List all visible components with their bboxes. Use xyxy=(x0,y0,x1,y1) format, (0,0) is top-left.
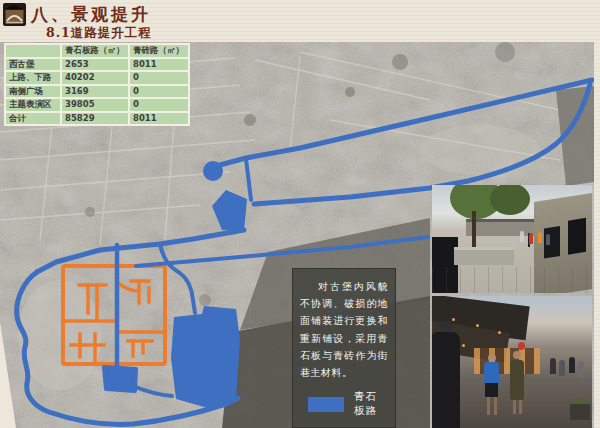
performance-area-fill xyxy=(171,306,240,408)
page-title: 八、景观提升 xyxy=(31,3,151,26)
value-cell: 8011 xyxy=(130,59,188,71)
pedestrian xyxy=(520,231,524,242)
seal-bridge-icon xyxy=(3,3,26,26)
table-header-row: 青石板路（㎡）青砖路（㎡） xyxy=(6,45,188,57)
value-cell: 0 xyxy=(130,86,188,98)
value-cell: 0 xyxy=(130,72,188,84)
photo-traditional-street-dusk xyxy=(432,296,592,428)
road-area-table: 青石板路（㎡）青砖路（㎡） 西古堡26538011上路、下路402020南侧广场… xyxy=(4,43,190,126)
pedestrian xyxy=(569,357,575,373)
pedestrian-legs xyxy=(513,400,516,414)
eave-light xyxy=(462,344,465,347)
pedestrian xyxy=(538,232,542,243)
red-lantern xyxy=(518,342,525,350)
pedestrian-head xyxy=(488,354,496,362)
row-label-cell: 西古堡 xyxy=(6,59,60,71)
row-label-cell: 上路、下路 xyxy=(6,72,60,84)
value-cell: 2653 xyxy=(62,59,128,71)
eave-light xyxy=(476,324,479,327)
road-table-body: 西古堡26538011上路、下路402020南侧广场31690主题表演区3980… xyxy=(6,59,188,125)
table-column-header xyxy=(6,45,60,57)
page-subtitle: 8.1道路提升工程 xyxy=(46,25,152,42)
pedestrian-legs xyxy=(487,397,490,415)
pedestrian-blue-shirt xyxy=(484,362,499,384)
eave-light xyxy=(452,318,455,321)
pedestrian xyxy=(559,360,565,376)
slide: 八、景观提升 8.1道路提升工程 xyxy=(0,0,600,428)
table-column-header: 青砖路（㎡） xyxy=(130,45,188,57)
pedestrian xyxy=(550,358,556,374)
note-box: 对古堡内风貌不协调、破损的地面铺装进行更换和重新铺设，采用青石板与青砖作为街巷主… xyxy=(292,268,396,428)
pedestrian xyxy=(529,233,533,244)
table-row: 上路、下路402020 xyxy=(6,72,188,84)
map-legend: 青石板路 青砖路 xyxy=(300,390,388,428)
tree-canopy xyxy=(490,185,530,215)
paving xyxy=(432,267,592,293)
photo-renovated-street-day xyxy=(432,185,592,293)
table-row: 主题表演区398050 xyxy=(6,99,188,111)
value-cell: 40202 xyxy=(62,72,128,84)
stone-bench xyxy=(454,247,514,265)
window xyxy=(568,218,586,255)
note-text: 对古堡内风貌不协调、破损的地面铺装进行更换和重新铺设，采用青石板与青砖作为街巷主… xyxy=(300,278,388,381)
table-row: 南侧广场31690 xyxy=(6,86,188,98)
pedestrian-olive-dress xyxy=(510,360,524,400)
row-label-cell: 主题表演区 xyxy=(6,99,60,111)
row-label-cell: 南侧广场 xyxy=(6,86,60,98)
value-cell: 85829 xyxy=(62,113,128,125)
pedestrian xyxy=(546,234,550,245)
legend-row-bluestone: 青石板路 xyxy=(308,390,388,418)
value-cell: 8011 xyxy=(130,113,188,125)
bluestone-swatch xyxy=(308,397,344,412)
table-row: 西古堡26538011 xyxy=(6,59,188,71)
pedestrian-shorts xyxy=(485,383,498,397)
value-cell: 0 xyxy=(130,99,188,111)
foreground-pedestrian xyxy=(432,332,460,428)
table-column-header: 青石板路（㎡） xyxy=(62,45,128,57)
table-row: 合计858298011 xyxy=(6,113,188,125)
eave-light xyxy=(498,331,501,334)
bluestone-label: 青石板路 xyxy=(354,390,388,418)
pedestrian xyxy=(578,361,584,377)
value-cell: 39805 xyxy=(62,99,128,111)
planter xyxy=(570,404,590,420)
row-label-cell: 合计 xyxy=(6,113,60,125)
pedestrian-head xyxy=(513,351,521,359)
value-cell: 3169 xyxy=(62,86,128,98)
